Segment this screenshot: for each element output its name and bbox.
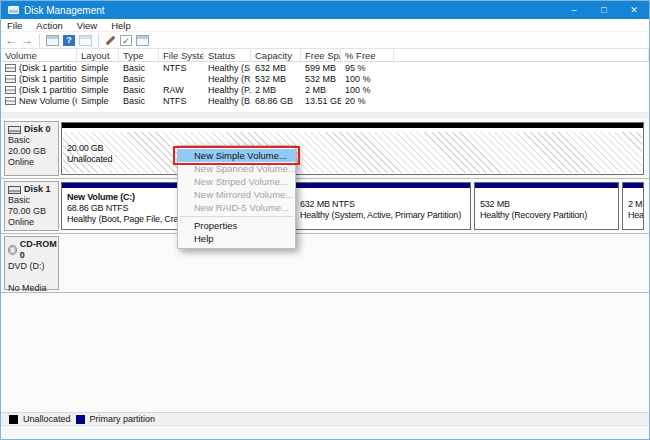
table-row[interactable]: (Disk 1 partition 4) Simple Basic RAW He… [1,84,649,95]
unallocated-swatch [9,415,18,424]
check-icon[interactable]: ✓ [120,35,132,46]
menu-bar: File Action View Help [1,19,649,32]
disk-kind: Basic [8,195,58,206]
menu-action[interactable]: Action [36,20,62,31]
cdrom-0-row: CD-ROM 0 DVD (D:) No Media [1,235,649,293]
cell-status: Healthy (B... [204,96,251,106]
volume-name: (Disk 1 partition 4) [19,85,77,95]
cell-pct: 100 % [341,74,394,84]
table-row[interactable]: (Disk 1 partition 3) Simple Basic Health… [1,73,649,84]
disk-name: Disk 0 [24,124,51,135]
disk-size: 70.00 GB [8,206,58,217]
cell-capacity: 632 MB [251,63,301,73]
disk-1-label[interactable]: Disk 1 Basic 70.00 GB Online [4,181,59,231]
disk-0-label[interactable]: Disk 0 Basic 20.00 GB Online [4,121,59,176]
col-capacity[interactable]: Capacity [251,49,301,61]
menu-item-new-raid5-volume[interactable]: New RAID-5 Volume... [178,201,295,214]
export-list-icon[interactable] [79,35,92,46]
menu-file[interactable]: File [7,20,22,31]
menu-item-new-spanned-volume[interactable]: New Spanned Volume... [178,162,295,175]
menu-item-new-simple-volume[interactable]: New Simple Volume... [178,149,295,162]
menu-item-new-mirrored-volume[interactable]: New Mirrored Volume... [178,188,295,201]
col-volume[interactable]: Volume [1,49,77,61]
volume-table-header: Volume Layout Type File System Status Ca… [1,49,649,62]
table-row[interactable]: (Disk 1 partition 2) Simple Basic NTFS H… [1,62,649,73]
col-layout[interactable]: Layout [77,49,119,61]
partition-size: 532 MB [480,199,618,210]
back-icon[interactable]: ← [5,34,17,46]
cell-free: 2 MB [301,85,341,95]
volume-name: New Volume (C:) [19,96,77,106]
volume-icon [5,97,16,105]
partition-system[interactable]: 632 MB NTFS Healthy (System, Active, Pri… [294,182,471,230]
disk-0-bar: 20.00 GB Unallocated [61,122,644,175]
window-title: Disk Management [24,5,105,16]
status-bar [1,425,649,440]
cell-pct: 95 % [341,63,394,73]
disk-status: No Media [8,283,58,294]
window-controls: – □ ✕ [559,1,649,19]
disk-management-window: Disk Management – □ ✕ File Action View H… [0,0,650,440]
volume-name: (Disk 1 partition 3) [19,74,77,84]
region-label: Unallocated [67,154,643,165]
disk-name: CD-ROM 0 [20,239,58,261]
help-icon[interactable]: ? [63,35,75,46]
app-icon [8,6,19,14]
console-tree-icon[interactable] [46,35,59,46]
col-file-system[interactable]: File System [159,49,204,61]
cell-status: Healthy (P... [204,85,251,95]
close-button[interactable]: ✕ [619,1,649,19]
legend-unallocated-label: Unallocated [23,414,71,424]
forward-icon[interactable]: → [21,34,33,46]
maximize-button[interactable]: □ [589,1,619,19]
cell-fs: RAW [159,85,204,95]
partition-recovery[interactable]: 532 MB Healthy (Recovery Partition) [474,182,619,230]
disk-name: Disk 1 [24,184,51,195]
primary-partition-strip [623,183,643,190]
graphical-view-pane: Disk 0 Basic 20.00 GB Online 20.00 GB Un… [1,118,649,412]
window-icon[interactable] [136,35,149,46]
hard-disk-icon [8,186,21,194]
col-free-space[interactable]: Free Spa... [301,49,341,61]
menu-help[interactable]: Help [111,20,131,31]
action-tool-icon[interactable] [105,35,116,46]
cdrom-0-label[interactable]: CD-ROM 0 DVD (D:) No Media [4,236,59,290]
disk-0-unallocated-region[interactable]: 20.00 GB Unallocated [61,122,644,175]
disk-size: 20.00 GB [8,146,58,157]
cell-capacity: 68.86 GB [251,96,301,106]
cell-type: Basic [119,74,159,84]
partition-small[interactable]: 2 MB Healthy [622,182,644,230]
cell-layout: Simple [77,63,119,73]
minimize-button[interactable]: – [559,1,589,19]
table-row[interactable]: New Volume (C:) Simple Basic NTFS Health… [1,95,649,106]
col-type[interactable]: Type [119,49,159,61]
primary-partition-strip [475,183,618,190]
partition-status: Healthy (Recovery Partition) [480,210,618,221]
disk-status: Online [8,157,58,168]
cell-free: 532 MB [301,74,341,84]
hard-disk-icon [8,126,21,134]
disk-status: Online [8,217,58,228]
legend-primary-label: Primary partition [90,414,156,424]
col-status[interactable]: Status [204,49,251,61]
volume-icon [5,64,16,72]
volume-name: (Disk 1 partition 2) [19,63,77,73]
menu-item-properties[interactable]: Properties [178,219,295,232]
menu-item-new-striped-volume[interactable]: New Striped Volume... [178,175,295,188]
col-pct-free[interactable]: % Free [341,49,394,61]
menu-view[interactable]: View [77,20,97,31]
cell-layout: Simple [77,74,119,84]
cell-status: Healthy (R... [204,74,251,84]
toolbar: ← → ? ✓ [1,32,649,49]
title-bar[interactable]: Disk Management – □ ✕ [1,1,649,19]
primary-partition-swatch [76,415,85,424]
toolbar-separator [39,34,40,47]
cell-layout: Simple [77,96,119,106]
cell-type: Basic [119,63,159,73]
menu-item-help[interactable]: Help [178,232,295,245]
menu-separator [180,216,293,217]
disk-1-bar: New Volume (C:) 68.86 GB NTFS Healthy (B… [61,182,644,230]
volume-icon [5,86,16,94]
disk-1-row: Disk 1 Basic 70.00 GB Online New Volume … [1,180,649,234]
cell-layout: Simple [77,85,119,95]
